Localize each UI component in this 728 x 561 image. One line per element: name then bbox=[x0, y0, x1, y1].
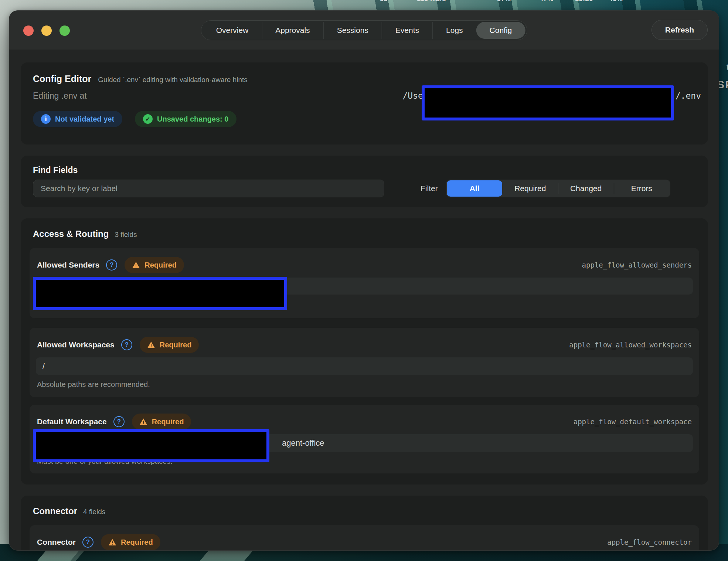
help-icon[interactable] bbox=[82, 537, 93, 548]
menubar-fragment: 55 bbox=[380, 0, 388, 3]
tab-approvals[interactable]: Approvals bbox=[262, 22, 323, 39]
filter-changed[interactable]: Changed bbox=[558, 180, 614, 197]
field-label: Allowed Workspaces bbox=[37, 340, 115, 349]
find-fields-card: Find Fields Filter All Required Changed … bbox=[21, 156, 708, 207]
field-connector: Connector Required apple_flow_connector bbox=[30, 525, 699, 551]
zoom-button[interactable] bbox=[59, 26, 70, 36]
field-label: Connector bbox=[37, 538, 76, 547]
editing-env-label: Editing .env at bbox=[33, 91, 87, 101]
section-title: Access & Routing bbox=[33, 229, 109, 239]
tab-sessions[interactable]: Sessions bbox=[323, 22, 382, 39]
refresh-button[interactable]: Refresh bbox=[652, 20, 708, 40]
required-badge: Required bbox=[140, 337, 199, 353]
redaction-box-env-path bbox=[422, 85, 674, 120]
field-value: / bbox=[42, 361, 45, 371]
desktop-edge-text: t bbox=[727, 62, 728, 72]
redaction-box-allowed-senders bbox=[33, 277, 287, 310]
unsaved-changes-text: Unsaved changes: 0 bbox=[157, 115, 228, 123]
tab-events[interactable]: Events bbox=[382, 22, 432, 39]
redaction-box-default-workspace bbox=[33, 429, 269, 462]
env-path-suffix: /.env bbox=[676, 91, 701, 101]
filter-errors[interactable]: Errors bbox=[614, 180, 670, 197]
warning-icon bbox=[108, 538, 116, 546]
section-field-count: 3 fields bbox=[115, 231, 137, 239]
field-value: agent-office bbox=[282, 438, 324, 448]
tab-overview[interactable]: Overview bbox=[203, 22, 262, 39]
required-badge: Required bbox=[125, 257, 184, 273]
filter-label: Filter bbox=[421, 184, 438, 193]
required-badge-text: Required bbox=[144, 261, 177, 269]
tab-logs[interactable]: Logs bbox=[432, 22, 476, 39]
unsaved-changes-badge: ✓ Unsaved changes: 0 bbox=[135, 111, 237, 127]
env-path-prefix: /Use bbox=[402, 91, 423, 101]
check-icon: ✓ bbox=[143, 114, 153, 124]
field-label: Default Workspace bbox=[37, 417, 107, 426]
close-button[interactable] bbox=[23, 26, 34, 36]
help-icon[interactable] bbox=[121, 339, 132, 350]
menubar-fragment: 47% bbox=[540, 0, 554, 3]
filter-required[interactable]: Required bbox=[502, 180, 558, 197]
help-icon[interactable] bbox=[106, 259, 117, 271]
warning-icon bbox=[139, 418, 147, 425]
app-window: Overview Approvals Sessions Events Logs … bbox=[9, 10, 719, 551]
required-badge: Required bbox=[132, 414, 191, 430]
help-icon[interactable] bbox=[113, 416, 125, 427]
tab-config[interactable]: Config bbox=[476, 22, 525, 39]
filter-all[interactable]: All bbox=[447, 180, 503, 197]
find-fields-title: Find Fields bbox=[33, 165, 696, 175]
field-env-key: apple_flow_allowed_workspaces bbox=[569, 341, 692, 349]
warning-icon bbox=[147, 341, 155, 348]
required-badge-text: Required bbox=[152, 418, 184, 426]
validation-status-text: Not validated yet bbox=[55, 115, 114, 123]
section-field-count: 4 fields bbox=[83, 508, 105, 516]
section-title: Connector bbox=[33, 506, 77, 516]
filter-segmented-control: All Required Changed Errors bbox=[446, 180, 670, 197]
tab-bar: Overview Approvals Sessions Events Logs … bbox=[201, 20, 527, 40]
traffic-lights bbox=[23, 26, 70, 36]
field-env-key: apple_flow_default_workspace bbox=[574, 418, 692, 426]
required-badge: Required bbox=[101, 534, 160, 550]
field-env-key: apple_flow_connector bbox=[607, 538, 692, 546]
search-input[interactable] bbox=[33, 180, 384, 197]
allowed-workspaces-input[interactable]: / bbox=[36, 357, 693, 375]
section-connector: Connector 4 fields Connector Required ap… bbox=[21, 496, 708, 551]
field-label: Allowed Senders bbox=[37, 261, 99, 269]
field-hint: Absolute paths are recommended. bbox=[36, 380, 693, 389]
validation-status-badge: i Not validated yet bbox=[33, 111, 122, 127]
menubar-clipped: 55 115 KB/s 37% 47% 15:26 45% bbox=[0, 0, 728, 4]
field-env-key: apple_flow_allowed_senders bbox=[582, 261, 692, 269]
field-allowed-workspaces: Allowed Workspaces Required apple_flow_a… bbox=[30, 328, 699, 397]
config-editor-subtitle: Guided `.env` editing with validation-aw… bbox=[98, 76, 248, 84]
info-icon: i bbox=[41, 114, 51, 124]
warning-icon bbox=[132, 261, 140, 269]
menubar-fragment: 45% bbox=[609, 0, 623, 3]
menubar-fragment: 37% bbox=[497, 0, 511, 3]
window-titlebar: Overview Approvals Sessions Events Logs … bbox=[9, 11, 719, 50]
required-badge-text: Required bbox=[121, 538, 153, 547]
minimize-button[interactable] bbox=[41, 26, 52, 36]
menubar-fragment: 115 KB/s bbox=[417, 0, 446, 3]
required-badge-text: Required bbox=[160, 341, 192, 349]
config-editor-title: Config Editor bbox=[33, 74, 91, 84]
menubar-fragment: 15:26 bbox=[575, 0, 593, 3]
